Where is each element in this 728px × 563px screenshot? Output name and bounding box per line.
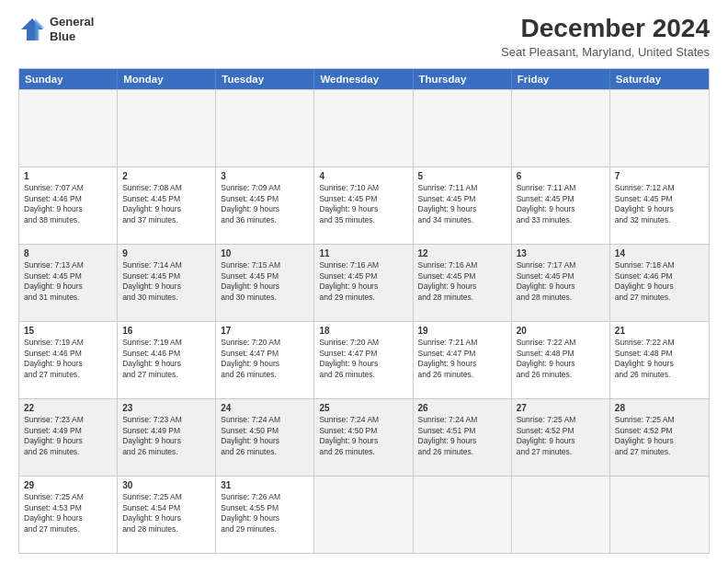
day-info: Daylight: 9 hours: [24, 204, 112, 214]
day-info: Sunrise: 7:09 AM: [221, 183, 309, 193]
day-info: and 26 minutes.: [517, 370, 605, 380]
day-info: Sunset: 4:45 PM: [615, 194, 704, 204]
day-info: Daylight: 9 hours: [517, 282, 605, 292]
day-info: Sunrise: 7:25 AM: [122, 492, 210, 502]
day-info: Sunrise: 7:15 AM: [221, 260, 309, 270]
day-info: Sunrise: 7:23 AM: [122, 415, 210, 425]
day-number: 19: [418, 325, 506, 338]
day-info: and 26 minutes.: [319, 447, 407, 457]
cal-cell: 31Sunrise: 7:26 AMSunset: 4:55 PMDayligh…: [216, 477, 314, 553]
main-title: December 2024: [501, 15, 710, 43]
cal-cell: 3Sunrise: 7:09 AMSunset: 4:45 PMDaylight…: [216, 167, 314, 244]
cal-cell: 16Sunrise: 7:19 AMSunset: 4:46 PMDayligh…: [118, 322, 216, 398]
day-info: and 29 minutes.: [221, 524, 309, 534]
day-info: Sunset: 4:47 PM: [418, 349, 506, 359]
cal-cell: 7Sunrise: 7:12 AMSunset: 4:45 PMDaylight…: [610, 167, 709, 244]
day-info: Sunrise: 7:24 AM: [319, 415, 407, 425]
day-info: Sunset: 4:45 PM: [418, 271, 506, 282]
day-number: 1: [24, 170, 112, 183]
day-info: and 36 minutes.: [221, 215, 309, 225]
day-number: 23: [122, 402, 210, 415]
day-info: Sunset: 4:45 PM: [122, 271, 210, 282]
day-info: Daylight: 9 hours: [122, 282, 210, 292]
day-info: Daylight: 9 hours: [122, 513, 210, 523]
cal-cell: [512, 477, 610, 553]
day-info: and 28 minutes.: [517, 293, 605, 303]
day-info: and 26 minutes.: [418, 447, 506, 457]
day-info: Sunrise: 7:20 AM: [319, 338, 407, 348]
day-info: Daylight: 9 hours: [319, 436, 407, 446]
cal-cell: 17Sunrise: 7:20 AMSunset: 4:47 PMDayligh…: [216, 322, 314, 398]
cal-cell: 15Sunrise: 7:19 AMSunset: 4:46 PMDayligh…: [19, 322, 118, 398]
day-number: 22: [24, 402, 112, 415]
cal-cell: [314, 477, 413, 553]
day-info: Sunset: 4:54 PM: [122, 503, 210, 513]
day-number: 25: [319, 402, 407, 415]
day-number: 17: [221, 325, 309, 338]
day-info: Sunrise: 7:17 AM: [517, 260, 605, 270]
day-info: Daylight: 9 hours: [221, 204, 309, 214]
cal-cell: [610, 90, 709, 167]
day-number: 9: [122, 247, 210, 260]
day-info: Sunset: 4:52 PM: [615, 426, 704, 436]
day-info: Daylight: 9 hours: [615, 436, 704, 446]
day-info: Daylight: 9 hours: [517, 204, 605, 214]
day-info: Sunrise: 7:14 AM: [122, 260, 210, 270]
cal-cell: [314, 90, 413, 167]
calendar-header: SundayMondayTuesdayWednesdayThursdayFrid…: [19, 69, 709, 89]
day-info: Daylight: 9 hours: [517, 359, 605, 369]
day-info: Sunset: 4:50 PM: [221, 426, 309, 436]
calendar: SundayMondayTuesdayWednesdayThursdayFrid…: [18, 68, 710, 554]
day-info: Daylight: 9 hours: [24, 282, 112, 292]
day-number: 20: [517, 325, 605, 338]
title-block: December 2024 Seat Pleasant, Maryland, U…: [501, 15, 710, 59]
day-info: and 35 minutes.: [319, 215, 407, 225]
day-info: Daylight: 9 hours: [221, 359, 309, 369]
day-info: Sunset: 4:55 PM: [221, 503, 309, 513]
day-info: Daylight: 9 hours: [122, 436, 210, 446]
day-info: Daylight: 9 hours: [122, 204, 210, 214]
day-number: 10: [221, 247, 309, 260]
cal-cell: 28Sunrise: 7:25 AMSunset: 4:52 PMDayligh…: [610, 399, 709, 476]
cal-cell: [118, 90, 216, 167]
day-info: Sunrise: 7:16 AM: [418, 260, 506, 270]
day-info: Daylight: 9 hours: [418, 282, 506, 292]
svg-marker-0: [21, 18, 43, 40]
day-header-tuesday: Tuesday: [216, 69, 314, 89]
day-info: Sunset: 4:46 PM: [24, 194, 112, 204]
cal-cell: 12Sunrise: 7:16 AMSunset: 4:45 PMDayligh…: [414, 245, 512, 321]
day-info: and 27 minutes.: [615, 293, 704, 303]
day-number: 26: [418, 402, 506, 415]
day-info: Sunrise: 7:22 AM: [517, 338, 605, 348]
day-info: and 30 minutes.: [221, 293, 309, 303]
cal-cell: 6Sunrise: 7:11 AMSunset: 4:45 PMDaylight…: [512, 167, 610, 244]
day-info: and 26 minutes.: [122, 447, 210, 457]
day-info: and 26 minutes.: [24, 447, 112, 457]
cal-cell: 11Sunrise: 7:16 AMSunset: 4:45 PMDayligh…: [314, 245, 413, 321]
cal-cell: 26Sunrise: 7:24 AMSunset: 4:51 PMDayligh…: [414, 399, 512, 476]
day-info: and 27 minutes.: [517, 447, 605, 457]
day-info: and 31 minutes.: [24, 293, 112, 303]
week-5: 22Sunrise: 7:23 AMSunset: 4:49 PMDayligh…: [19, 398, 709, 476]
cal-cell: [610, 477, 709, 553]
day-number: 8: [24, 247, 112, 260]
subtitle: Seat Pleasant, Maryland, United States: [501, 45, 710, 59]
day-info: Sunrise: 7:11 AM: [517, 183, 605, 193]
day-info: and 28 minutes.: [418, 293, 506, 303]
day-info: Sunrise: 7:24 AM: [221, 415, 309, 425]
day-info: Daylight: 9 hours: [221, 513, 309, 523]
day-info: Sunrise: 7:08 AM: [122, 183, 210, 193]
cal-cell: 27Sunrise: 7:25 AMSunset: 4:52 PMDayligh…: [512, 399, 610, 476]
cal-cell: 14Sunrise: 7:18 AMSunset: 4:46 PMDayligh…: [610, 245, 709, 321]
day-info: Daylight: 9 hours: [122, 359, 210, 369]
day-number: 6: [517, 170, 605, 183]
day-header-thursday: Thursday: [414, 69, 512, 89]
day-info: and 27 minutes.: [24, 370, 112, 380]
day-header-sunday: Sunday: [19, 69, 118, 89]
day-number: 18: [319, 325, 407, 338]
day-number: 14: [615, 247, 704, 260]
day-number: 13: [517, 247, 605, 260]
cal-cell: 30Sunrise: 7:25 AMSunset: 4:54 PMDayligh…: [118, 477, 216, 553]
day-info: Sunset: 4:46 PM: [615, 271, 704, 282]
day-info: and 27 minutes.: [615, 447, 704, 457]
